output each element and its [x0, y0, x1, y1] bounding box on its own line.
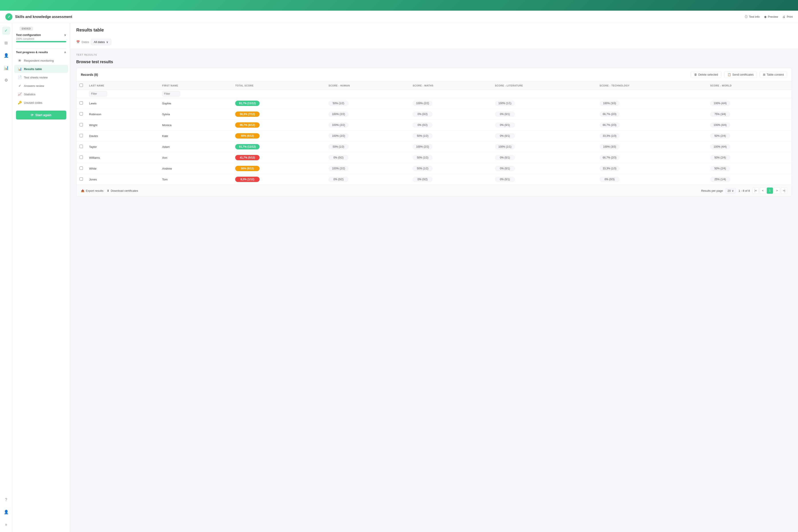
delete-selected-button[interactable]: 🗑 Delete selected	[691, 71, 722, 78]
row-checkbox-cell[interactable]	[76, 98, 86, 109]
last-page-button[interactable]: >|	[781, 188, 787, 194]
per-page-select[interactable]: 20 ∨	[725, 188, 736, 193]
table-content-button[interactable]: ⊞ Table content	[760, 71, 787, 78]
score-human-cell: 100% (2/2)	[328, 133, 348, 138]
row-checkbox-3[interactable]	[80, 134, 83, 137]
respondent-icon: 👁	[18, 58, 22, 62]
row-total-score: 58,3% (7/12)	[232, 109, 325, 120]
header-score-maths: SCORE - MATHS	[410, 81, 492, 90]
sidebar-divider	[16, 49, 66, 49]
filter-check-col	[76, 90, 86, 98]
sidebar-icon-help[interactable]: ?	[2, 496, 10, 504]
total-score-badge: 58,3% (7/12)	[235, 112, 260, 117]
filter-first-name[interactable]	[159, 90, 232, 98]
total-score-badge: 91,7% (11/12)	[235, 144, 260, 149]
content-title: Results table	[76, 27, 792, 36]
sidebar-item-answers[interactable]: ✓ Answers review	[14, 82, 68, 90]
test-progress-header[interactable]: Test progress & results ∧	[16, 51, 66, 54]
progress-container: 100% completed	[16, 37, 66, 42]
filter-first-name-input[interactable]	[162, 91, 180, 96]
prev-page-button[interactable]: <	[760, 188, 766, 194]
logo-icon: ✓	[5, 13, 13, 20]
row-checkbox-4[interactable]	[80, 145, 83, 148]
test-info-button[interactable]: ⓘ Test info	[745, 15, 760, 19]
score-technology-cell: 33,3% (1/3)	[600, 133, 620, 138]
row-world: 75% (3/4)	[707, 109, 792, 120]
progress-bar-fill	[16, 41, 66, 42]
send-certificates-button[interactable]: 📋 Send certificates	[724, 71, 757, 78]
ended-badge: ENDED	[19, 26, 33, 31]
sidebar-item-unused-codes[interactable]: 🔑 Unused codes	[14, 99, 68, 107]
row-checkbox-1[interactable]	[80, 112, 83, 115]
dates-select[interactable]: All dates ∨	[91, 39, 111, 45]
select-all-checkbox[interactable]	[80, 83, 83, 87]
score-technology-cell: 100% (3/3)	[600, 101, 620, 106]
row-checkbox-cell[interactable]	[76, 109, 86, 120]
row-literature: 0% (0/1)	[492, 163, 596, 174]
row-world: 100% (4/4)	[707, 141, 792, 152]
sidebar-icon-user2[interactable]: 👤	[2, 508, 10, 516]
score-world-cell: 100% (4/4)	[710, 101, 730, 106]
row-first-name: Monica	[159, 120, 232, 131]
trash-icon: 🗑	[694, 73, 697, 76]
dates-filter: 📅 Dates All dates ∨	[76, 36, 792, 49]
sidebar-item-statistics[interactable]: 📈 Statistics	[14, 90, 68, 98]
row-world: 50% (2/4)	[707, 131, 792, 141]
score-world-cell: 50% (2/4)	[710, 133, 730, 138]
first-page-button[interactable]: |<	[753, 188, 759, 194]
sidebar-icon-grid[interactable]: ⊞	[2, 39, 10, 47]
row-human: 100% (2/2)	[325, 163, 410, 174]
row-checkbox-cell[interactable]	[76, 141, 86, 152]
row-checkbox-cell[interactable]	[76, 152, 86, 163]
test-progress-section: Test progress & results ∧	[13, 51, 70, 55]
test-sheets-label: Test sheets review	[24, 76, 48, 79]
row-checkbox-cell[interactable]	[76, 131, 86, 141]
score-maths-cell: 50% (1/2)	[413, 155, 433, 160]
sidebar-icon-gear[interactable]: ⚙	[2, 76, 10, 84]
row-checkbox-cell[interactable]	[76, 120, 86, 131]
app-shell: ✓ Skills and knowledge assessment ⓘ Test…	[0, 11, 798, 532]
sidebar-icon-expand[interactable]: »	[2, 520, 10, 529]
sidebar-item-results-table[interactable]: 📊 Results table	[14, 65, 68, 73]
left-sidebar: ENDED Test configuration ∨ 100% complete…	[13, 23, 70, 532]
sidebar-item-test-sheets[interactable]: 📄 Test sheets review	[14, 73, 68, 81]
row-last-name: Taylor	[86, 141, 159, 152]
current-page-button[interactable]: 1	[767, 188, 773, 194]
filter-row	[76, 90, 792, 98]
filter-last-name-input[interactable]	[89, 91, 107, 96]
row-checkbox-0[interactable]	[80, 101, 83, 104]
row-literature: 100% (1/1)	[492, 98, 596, 109]
row-last-name: Lewis	[86, 98, 159, 109]
total-score-badge: 66,7% (8/12)	[235, 122, 260, 128]
header: ✓ Skills and knowledge assessment ⓘ Test…	[0, 11, 798, 23]
row-checkbox-cell[interactable]	[76, 163, 86, 174]
preview-button[interactable]: ◉ Preview	[764, 15, 778, 18]
row-checkbox-5[interactable]	[80, 156, 83, 159]
row-checkbox-2[interactable]	[80, 123, 83, 126]
download-certificates-button[interactable]: ⬇ Download certificates	[107, 189, 138, 192]
score-human-cell: 50% (1/2)	[328, 144, 348, 149]
sidebar-icon-user[interactable]: 👤	[2, 52, 10, 59]
header-check-col	[76, 81, 86, 90]
table-icon: ⊞	[763, 73, 765, 76]
statistics-icon: 📈	[18, 92, 22, 96]
print-icon: 🖨	[782, 15, 785, 18]
test-config-title: Test configuration	[16, 33, 41, 37]
export-results-button[interactable]: 📤 Export results	[81, 189, 103, 192]
sidebar-item-respondent[interactable]: 👁 Respondent monitoring	[14, 57, 68, 64]
row-checkbox-6[interactable]	[80, 167, 83, 170]
row-last-name: Robinson	[86, 109, 159, 120]
next-page-button[interactable]: >	[774, 188, 780, 194]
row-checkbox-cell[interactable]	[76, 174, 86, 185]
print-button[interactable]: 🖨 Print	[782, 15, 793, 18]
row-human: 50% (1/2)	[325, 98, 410, 109]
test-config-header[interactable]: Test configuration ∨	[16, 33, 66, 37]
sidebar-icon-check[interactable]: ✓	[2, 26, 10, 35]
row-maths: 0% (0/2)	[410, 174, 492, 185]
total-score-badge: 91,7% (11/12)	[235, 101, 260, 106]
row-checkbox-7[interactable]	[80, 177, 83, 180]
sidebar-icon-chart[interactable]: 📊	[2, 64, 10, 72]
filter-last-name[interactable]	[86, 90, 159, 98]
per-page-chevron-icon: ∨	[732, 189, 734, 192]
start-again-button[interactable]: ⟳ Start again	[16, 111, 66, 119]
